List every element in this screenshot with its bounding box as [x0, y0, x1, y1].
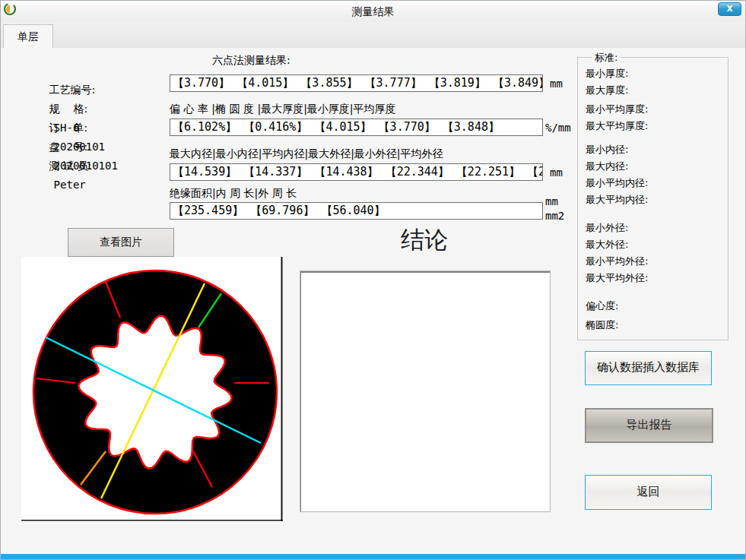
measurement-result-window: 测量结果 X 单层 工艺编号: 规 格: SH-6 订 单: 20200101 … [0, 0, 746, 560]
view-image-button[interactable]: 查看图片 [68, 228, 174, 257]
area-unit-mm2: mm2 [545, 210, 564, 222]
std-min-avg-outer-dia: 最小平均外径: [586, 253, 648, 270]
tab-single-layer[interactable]: 单层 [3, 24, 53, 49]
process-no-label: 工艺编号: [49, 81, 96, 100]
diameter-unit: mm [550, 166, 563, 179]
std-max-inner-dia: 最大内径: [586, 158, 648, 175]
diameter-values-box: 【14.539】 【14.337】 【14.438】 【22.344】 【22.… [170, 163, 543, 181]
six-point-unit: mm [550, 78, 563, 90]
conclusion-title: 结论 [300, 224, 549, 256]
std-min-avg-inner-dia: 最小平均内径: [586, 175, 648, 191]
area-unit-mm: mm [545, 195, 558, 207]
reel-label: 盘 号: [49, 138, 88, 157]
tester-value: Peter [54, 176, 86, 195]
confirm-insert-db-button[interactable]: 确认数据插入数据库 [585, 351, 712, 385]
close-button[interactable]: X [718, 2, 741, 16]
form-content: 工艺编号: 规 格: SH-6 订 单: 20200101 盘 号: 20200… [1, 48, 745, 554]
conclusion-textbox[interactable] [300, 271, 551, 512]
six-point-title: 六点法测量结果: [212, 54, 290, 68]
eccentricity-values-box: 【6.102%】 【0.416%】 【4.015】 【3.770】 【3.848… [170, 119, 543, 136]
six-point-values-box: 【3.770】 【4.015】 【3.855】 【3.777】 【3.819】 … [170, 74, 543, 92]
std-min-outer-dia: 最小外径: [586, 220, 648, 236]
std-max-thickness: 最大厚度: [586, 82, 648, 99]
std-max-avg-inner-dia: 最大平均内径: [586, 191, 648, 208]
measured-cross-section [21, 257, 283, 521]
tab-strip: 单层 [1, 22, 745, 49]
order-label: 订 单: [49, 119, 88, 138]
area-values-box: 【235.459】 【69.796】 【56.040】 [170, 202, 543, 220]
std-min-inner-dia: 最小内径: [586, 141, 648, 158]
standards-list: 最小厚度: 最大厚度: 最小平均厚度: 最大平均厚度: 最小内径: 最大内径: … [586, 65, 648, 334]
area-header: 绝缘面积|内 周 长|外 周 长 [170, 187, 297, 201]
spec-label: 规 格: [49, 100, 88, 119]
std-min-avg-thickness: 最小平均厚度: [586, 101, 648, 118]
back-button[interactable]: 返回 [585, 475, 712, 510]
window-bottom-accent-bar [1, 554, 745, 559]
job-info-block: 工艺编号: 规 格: SH-6 订 单: 20200101 盘 号: 20200… [22, 62, 118, 157]
diameter-header: 最大内径|最小内径|平均内径|最大外径|最小外径|平均外径 [170, 147, 443, 161]
eccentricity-header: 偏 心 率 |椭 圆 度 |最大厚度|最小厚度|平均厚度 [170, 103, 396, 116]
std-eccentricity: 偏心度: [586, 298, 648, 315]
window-title: 测量结果 [1, 5, 745, 19]
info-row-process-no: 工艺编号: [22, 62, 118, 81]
std-ellipticity: 椭圆度: [586, 317, 648, 334]
standards-groupbox: 标准: 最小厚度: 最大厚度: 最小平均厚度: 最大平均厚度: 最小内径: 最大… [577, 57, 729, 340]
standards-title: 标准: [592, 51, 621, 65]
export-report-button[interactable]: 导出报告 [585, 408, 713, 443]
std-max-avg-thickness: 最大平均厚度: [586, 118, 648, 134]
std-max-outer-dia: 最大外径: [586, 236, 648, 253]
std-min-thickness: 最小厚度: [586, 65, 648, 82]
std-max-avg-outer-dia: 最大平均外径: [586, 270, 648, 286]
eccentricity-unit: %/mm [545, 122, 571, 134]
tester-label: 测 试 员: [49, 157, 92, 176]
title-bar: 测量结果 X [1, 1, 745, 23]
